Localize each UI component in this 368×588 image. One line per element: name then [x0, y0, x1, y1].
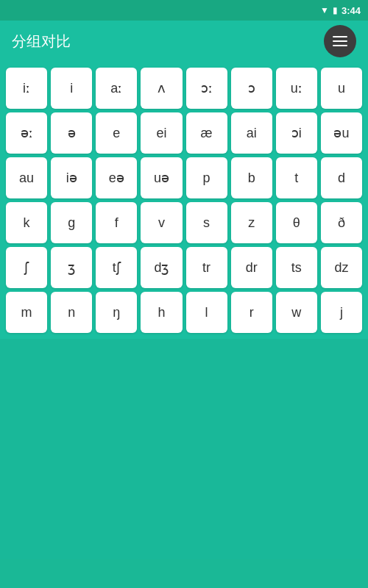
phoneme-cell-1-6[interactable]: ɔi	[276, 112, 317, 154]
phoneme-cell-4-0[interactable]: ʃ	[6, 247, 47, 288]
phoneme-cell-5-0[interactable]: m	[6, 292, 47, 333]
phoneme-cell-5-7[interactable]: j	[321, 292, 362, 333]
phoneme-cell-3-5[interactable]: z	[231, 202, 272, 243]
phoneme-cell-3-6[interactable]: θ	[276, 202, 317, 243]
phoneme-cell-5-2[interactable]: ŋ	[96, 292, 137, 333]
phoneme-cell-5-6[interactable]: w	[276, 292, 317, 333]
phoneme-cell-3-1[interactable]: g	[51, 202, 92, 243]
phoneme-cell-5-3[interactable]: h	[141, 292, 182, 333]
phoneme-cell-2-2[interactable]: eə	[96, 157, 137, 198]
phoneme-cell-4-6[interactable]: ts	[276, 247, 317, 288]
phoneme-cell-0-7[interactable]: u	[321, 68, 362, 109]
phoneme-cell-4-3[interactable]: dʒ	[141, 247, 182, 288]
phoneme-cell-3-0[interactable]: k	[6, 202, 47, 243]
phoneme-cell-4-1[interactable]: ʒ	[51, 247, 92, 288]
phoneme-cell-1-2[interactable]: e	[96, 112, 137, 154]
phoneme-grid: iːiaːʌɔːɔuːuəːəeeiæaiɔiəuauiəeəuəpbtdkgf…	[6, 68, 362, 333]
phoneme-cell-2-1[interactable]: iə	[51, 157, 92, 198]
phoneme-cell-2-7[interactable]: d	[321, 157, 362, 198]
menu-line-1	[333, 36, 347, 37]
battery-icon: ▮	[333, 5, 338, 15]
menu-button[interactable]	[324, 25, 356, 57]
phoneme-cell-2-5[interactable]: b	[231, 157, 272, 198]
phoneme-cell-1-0[interactable]: əː	[6, 112, 47, 154]
phoneme-cell-5-4[interactable]: l	[186, 292, 227, 333]
phoneme-cell-2-4[interactable]: p	[186, 157, 227, 198]
phoneme-cell-0-4[interactable]: ɔː	[186, 68, 227, 109]
main-background	[0, 339, 368, 559]
phoneme-cell-1-1[interactable]: ə	[51, 112, 92, 154]
phoneme-cell-3-4[interactable]: s	[186, 202, 227, 243]
phoneme-cell-0-5[interactable]: ɔ	[231, 68, 272, 109]
phoneme-cell-5-1[interactable]: n	[51, 292, 92, 333]
phoneme-cell-2-6[interactable]: t	[276, 157, 317, 198]
phoneme-cell-3-2[interactable]: f	[96, 202, 137, 243]
phoneme-cell-4-2[interactable]: tʃ	[96, 247, 137, 288]
phoneme-cell-0-1[interactable]: i	[51, 68, 92, 109]
page-title: 分组对比	[12, 32, 71, 51]
wifi-icon: ▼	[320, 5, 329, 15]
phoneme-cell-1-7[interactable]: əu	[321, 112, 362, 154]
toolbar: 分组对比	[0, 21, 368, 62]
phoneme-cell-1-4[interactable]: æ	[186, 112, 227, 154]
phoneme-cell-2-0[interactable]: au	[6, 157, 47, 198]
phoneme-cell-2-3[interactable]: uə	[141, 157, 182, 198]
phoneme-cell-4-4[interactable]: tr	[186, 247, 227, 288]
phoneme-cell-1-5[interactable]: ai	[231, 112, 272, 154]
phoneme-cell-0-2[interactable]: aː	[96, 68, 137, 109]
status-bar: ▼ ▮ 3:44	[0, 0, 368, 21]
menu-line-3	[333, 45, 347, 46]
phoneme-grid-container: iːiaːʌɔːɔuːuəːəeeiæaiɔiəuauiəeəuəpbtdkgf…	[0, 62, 368, 339]
menu-icon	[333, 36, 347, 46]
status-icons: ▼ ▮ 3:44	[320, 5, 361, 16]
phoneme-cell-0-0[interactable]: iː	[6, 68, 47, 109]
phoneme-cell-4-5[interactable]: dr	[231, 247, 272, 288]
phoneme-cell-4-7[interactable]: dz	[321, 247, 362, 288]
phoneme-cell-0-6[interactable]: uː	[276, 68, 317, 109]
phoneme-cell-1-3[interactable]: ei	[141, 112, 182, 154]
phoneme-cell-3-3[interactable]: v	[141, 202, 182, 243]
status-time: 3:44	[342, 5, 361, 16]
phoneme-cell-3-7[interactable]: ð	[321, 202, 362, 243]
phoneme-cell-5-5[interactable]: r	[231, 292, 272, 333]
menu-line-2	[333, 40, 347, 42]
phoneme-cell-0-3[interactable]: ʌ	[141, 68, 182, 109]
